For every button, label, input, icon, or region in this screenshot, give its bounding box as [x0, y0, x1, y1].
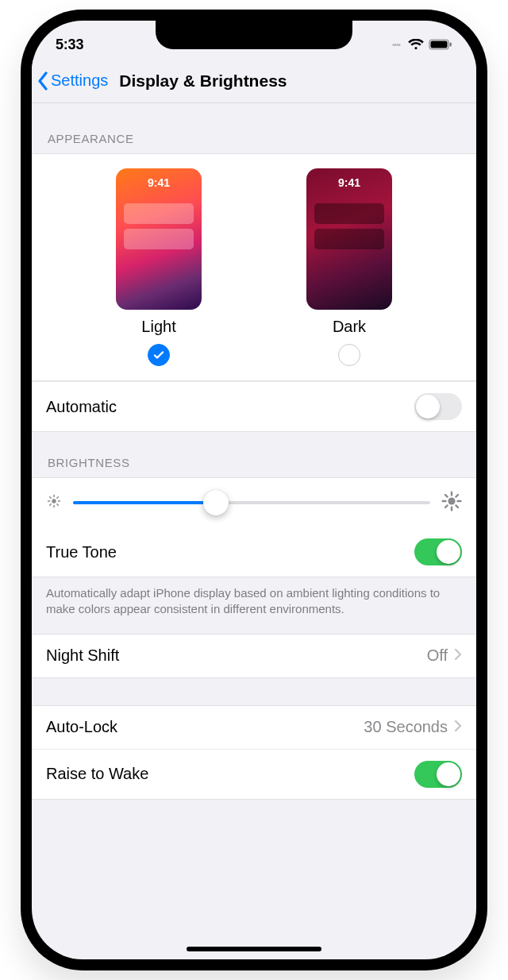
svg-line-11: [50, 504, 51, 506]
row-label: Raise to Wake: [46, 765, 148, 783]
row-value: Off: [427, 646, 462, 665]
chevron-left-icon: [37, 71, 49, 91]
svg-line-8: [50, 497, 51, 499]
row-value: 30 Seconds: [364, 718, 462, 736]
true-tone-description: Automatically adapt iPhone display based…: [32, 577, 476, 634]
back-label: Settings: [51, 71, 108, 90]
slider-thumb[interactable]: [203, 490, 229, 515]
toggle-automatic[interactable]: [414, 393, 462, 420]
thumb-time: 9:41: [306, 176, 392, 189]
row-true-tone[interactable]: True Tone: [32, 527, 476, 577]
section-gap: [32, 678, 476, 705]
sun-min-icon: [46, 493, 62, 512]
lock-panel: Auto-Lock 30 Seconds Raise to Wake: [32, 705, 476, 800]
notch: [156, 21, 352, 49]
brightness-panel: True Tone: [32, 477, 476, 577]
row-label: Auto-Lock: [46, 718, 117, 736]
appearance-radio-dark[interactable]: [338, 344, 360, 366]
section-label-appearance: APPEARANCE: [32, 103, 476, 153]
svg-line-17: [445, 495, 448, 497]
thumb-widget: [124, 229, 194, 249]
appearance-option-label: Dark: [333, 318, 366, 336]
phone-frame: 5:33 •••• Settings: [21, 10, 487, 970]
back-button[interactable]: Settings: [37, 71, 108, 91]
row-label: True Tone: [46, 543, 117, 561]
thumb-widget: [124, 203, 194, 224]
appearance-option-light[interactable]: 9:41 Light: [116, 168, 202, 366]
sun-max-icon: [441, 491, 462, 515]
svg-line-19: [456, 495, 458, 497]
row-night-shift[interactable]: Night Shift Off: [32, 635, 476, 677]
row-label: Night Shift: [46, 646, 119, 665]
home-indicator: [187, 947, 321, 951]
thumb-widget: [314, 229, 384, 249]
toggle-raise-to-wake[interactable]: [414, 761, 462, 788]
screen: 5:33 •••• Settings: [32, 21, 476, 959]
svg-line-20: [445, 505, 448, 507]
nav-header: Settings Display & Brightness: [32, 59, 476, 103]
row-label: Automatic: [46, 398, 117, 416]
svg-line-10: [57, 497, 59, 499]
appearance-radio-light[interactable]: [148, 344, 170, 366]
svg-rect-1: [431, 41, 448, 48]
appearance-option-label: Light: [141, 318, 175, 336]
status-icons: ••••: [392, 39, 452, 50]
page-title: Display & Brightness: [119, 71, 287, 91]
svg-point-3: [52, 499, 56, 503]
automatic-row-panel: Automatic: [32, 380, 476, 432]
row-value-text: 30 Seconds: [364, 718, 448, 736]
appearance-thumb-dark: 9:41: [306, 168, 392, 310]
slider-fill: [73, 501, 216, 504]
cellular-dots-icon: ••••: [392, 41, 400, 49]
row-raise-to-wake[interactable]: Raise to Wake: [32, 749, 476, 799]
row-automatic[interactable]: Automatic: [32, 381, 476, 431]
thumb-widget: [314, 203, 384, 224]
thumb-time: 9:41: [116, 176, 202, 189]
section-label-brightness: BRIGHTNESS: [32, 432, 476, 477]
row-value-text: Off: [427, 646, 448, 665]
night-shift-panel: Night Shift Off: [32, 634, 476, 678]
brightness-slider[interactable]: [73, 491, 430, 515]
appearance-option-dark[interactable]: 9:41 Dark: [306, 168, 392, 366]
svg-point-12: [448, 497, 455, 504]
wifi-icon: [408, 39, 424, 50]
chevron-right-icon: [454, 718, 462, 736]
svg-rect-2: [450, 43, 452, 47]
svg-line-18: [456, 505, 458, 507]
battery-icon: [429, 39, 452, 50]
appearance-panel: 9:41 Light 9:41: [32, 153, 476, 380]
appearance-options: 9:41 Light 9:41: [32, 168, 476, 366]
row-auto-lock[interactable]: Auto-Lock 30 Seconds: [32, 706, 476, 749]
brightness-slider-row: [32, 478, 476, 527]
toggle-true-tone[interactable]: [414, 538, 462, 565]
svg-line-9: [57, 504, 59, 506]
status-time: 5:33: [56, 37, 83, 53]
appearance-thumb-light: 9:41: [116, 168, 202, 310]
chevron-right-icon: [454, 646, 462, 665]
